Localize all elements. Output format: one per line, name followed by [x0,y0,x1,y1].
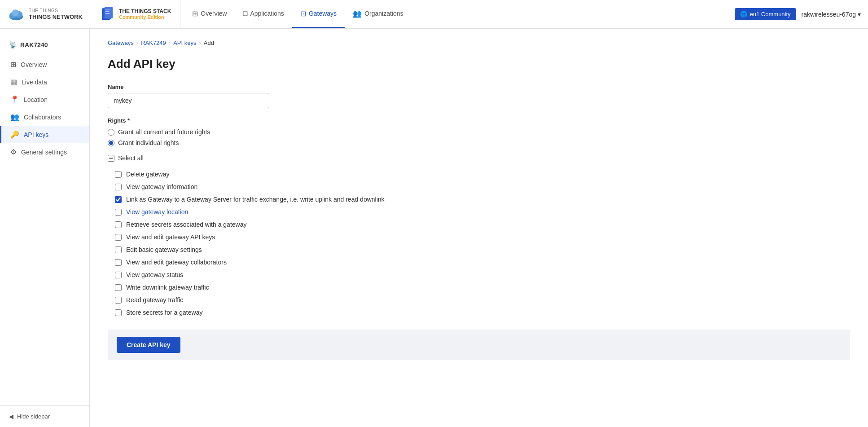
checkbox-store-secrets: Store secrets for a gateway [108,306,850,319]
svg-rect-7 [105,9,110,10]
radio-individual-rights[interactable]: Grant individual rights [108,139,850,146]
checkbox-view-location-input[interactable] [115,209,122,216]
checkbox-retrieve-secrets: Retrieve secrets associated with a gatew… [108,218,850,231]
checkbox-link-gateway-label[interactable]: Link as Gateway to a Gateway Server for … [126,196,385,203]
rights-label: Rights * [108,117,850,124]
layout: 📡 RAK7240 ⊞ Overview ▦ Live data 📍 Locat… [0,29,868,427]
breadcrumb-gateways[interactable]: Gateways [108,40,134,46]
region-button[interactable]: 🌐 eu1 Community [735,8,796,20]
gateways-icon: ⊡ [300,9,306,18]
nav-applications[interactable]: □ Applications [235,0,292,28]
checkbox-store-secrets-label[interactable]: Store secrets for a gateway [126,309,202,316]
checkbox-retrieve-secrets-label[interactable]: Retrieve secrets associated with a gatew… [126,221,246,228]
checkbox-view-api-keys-input[interactable] [115,234,122,241]
checkbox-link-gateway-input[interactable] [115,196,122,203]
nav-organizations[interactable]: 👥 Organizations [345,0,411,28]
ttn-logo: THE THINGS THINGS NETWORK [7,0,90,28]
settings-icon: ⚙ [10,148,17,156]
stack-title-label: THE THINGS STACK [119,8,171,14]
ttn-things-network-label: THINGS NETWORK [29,13,83,21]
rights-required-asterisk: * [126,117,130,124]
nav-gateways[interactable]: ⊡ Gateways [292,0,345,28]
sidebar-bottom: ◀ Hide sidebar [0,405,89,427]
checkbox-write-downlink: Write downlink gateway traffic [108,281,850,294]
svg-point-3 [12,9,19,16]
checkbox-collaborators-label[interactable]: View and edit gateway collaborators [126,259,227,266]
checkbox-edit-settings-input[interactable] [115,247,122,253]
checkbox-read-traffic-input[interactable] [115,297,122,304]
hide-sidebar-button[interactable]: ◀ Hide sidebar [9,413,80,420]
organizations-icon: 👥 [353,9,362,18]
radio-individual-rights-input[interactable] [108,140,114,146]
ttn-the-things-label: THE THINGS [29,8,83,13]
main-nav: ⊞ Overview □ Applications ⊡ Gateways 👥 O… [180,0,734,28]
topbar: THE THINGS THINGS NETWORK THE THINGS STA… [0,0,868,29]
create-api-key-button[interactable]: Create API key [117,337,180,353]
checkbox-delete-gateway: Delete gateway [108,168,850,180]
checkbox-view-status: View gateway status [108,269,850,281]
checkbox-view-info-input[interactable] [115,184,122,190]
svg-rect-9 [105,13,110,14]
select-all-label[interactable]: Select all [118,154,144,162]
checkbox-write-downlink-label[interactable]: Write downlink gateway traffic [126,284,209,291]
rights-radio-group: Grant all current and future rights Gran… [108,128,850,146]
user-label: rakwirelesseu-67og [802,11,856,18]
checkbox-retrieve-secrets-input[interactable] [115,221,122,228]
checkbox-read-traffic-label[interactable]: Read gateway traffic [126,296,183,304]
main-content: Gateways › RAK7249 › API keys › Add Add … [90,29,868,427]
checkbox-view-status-label[interactable]: View gateway status [126,271,183,278]
checkbox-store-secrets-input[interactable] [115,309,122,316]
checkbox-delete-gateway-label[interactable]: Delete gateway [126,171,170,178]
sidebar-gateway-title: 📡 RAK7240 [0,38,89,56]
checkbox-edit-settings-label[interactable]: Edit basic gateway settings [126,246,202,253]
name-label: Name [108,84,850,90]
ttn-cloud-icon [7,5,25,23]
checkbox-view-edit-collaborators: View and edit gateway collaborators [108,256,850,269]
rights-section: Rights * Grant all current and future ri… [108,117,850,319]
checkbox-read-traffic: Read gateway traffic [108,294,850,306]
breadcrumb-sep-3: › [199,40,201,46]
live-data-icon: ▦ [10,78,17,86]
chevron-down-icon: ▾ [858,11,861,18]
chevron-left-icon: ◀ [9,413,13,420]
breadcrumb-rak7249[interactable]: RAK7249 [141,40,166,46]
checkbox-view-api-keys-label[interactable]: View and edit gateway API keys [126,233,215,241]
checkbox-collaborators-input[interactable] [115,259,122,266]
sidebar: 📡 RAK7240 ⊞ Overview ▦ Live data 📍 Locat… [0,29,90,427]
checkbox-view-info-label[interactable]: View gateway information [126,183,197,190]
topbar-right: 🌐 eu1 Community rakwirelesseu-67og ▾ [735,8,861,20]
stack-edition-label: Community Edition [119,14,171,20]
checkbox-view-edit-api-keys: View and edit gateway API keys [108,231,850,243]
sidebar-item-overview[interactable]: ⊞ Overview [0,56,89,73]
page-title: Add API key [108,57,850,71]
applications-icon: □ [243,9,248,18]
globe-icon: 🌐 [740,11,747,18]
checkbox-view-location-label[interactable]: View gateway location [126,208,188,216]
checkbox-view-gateway-info: View gateway information [108,180,850,193]
sidebar-item-general-settings[interactable]: ⚙ General settings [0,143,89,161]
overview-sidebar-icon: ⊞ [10,60,16,69]
checkbox-delete-gateway-input[interactable] [115,171,122,178]
form-footer: Create API key [108,330,850,360]
sidebar-item-location[interactable]: 📍 Location [0,91,89,108]
name-input[interactable] [108,93,269,108]
breadcrumb-sep-1: › [136,40,138,46]
svg-rect-8 [105,11,109,12]
gateway-icon: 📡 [9,41,17,48]
sidebar-item-api-keys[interactable]: 🔑 API keys [0,126,89,143]
select-all-checkbox[interactable] [108,155,114,162]
overview-icon: ⊞ [192,9,198,18]
radio-all-rights-input[interactable] [108,129,114,136]
breadcrumb-sep-2: › [169,40,171,46]
user-menu[interactable]: rakwirelesseu-67og ▾ [802,11,861,18]
sidebar-item-collaborators[interactable]: 👥 Collaborators [0,108,89,126]
checkbox-link-gateway: Link as Gateway to a Gateway Server for … [108,193,850,206]
stack-logo: THE THINGS STACK Community Edition [90,0,180,28]
breadcrumb-api-keys[interactable]: API keys [173,40,196,46]
checkbox-write-downlink-input[interactable] [115,284,122,291]
radio-all-rights[interactable]: Grant all current and future rights [108,128,850,136]
collaborators-icon: 👥 [10,113,19,121]
nav-overview[interactable]: ⊞ Overview [184,0,235,28]
checkbox-view-status-input[interactable] [115,272,122,278]
sidebar-item-live-data[interactable]: ▦ Live data [0,73,89,91]
